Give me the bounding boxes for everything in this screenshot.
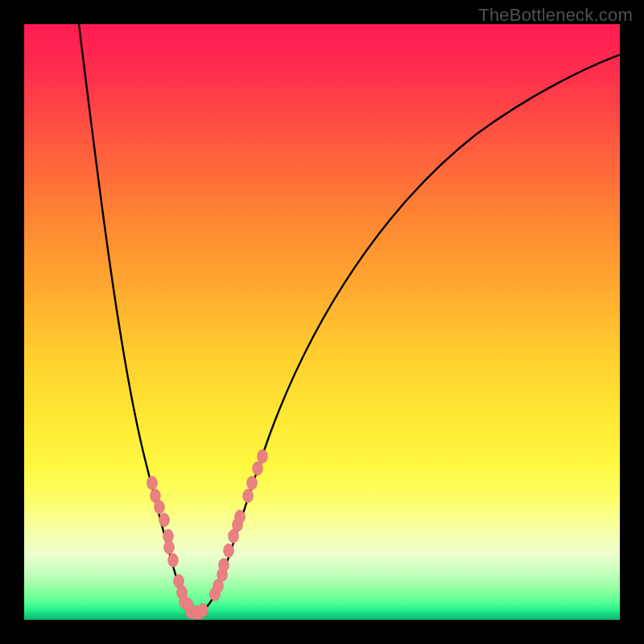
bead-marker <box>168 554 179 568</box>
curve-layer <box>24 24 620 620</box>
bead-marker <box>247 477 258 490</box>
bead-marker <box>155 501 165 514</box>
bead-marker <box>243 489 254 503</box>
bead-marker <box>159 514 170 527</box>
chart-frame: TheBottleneck.com <box>0 0 644 644</box>
bead-marker <box>224 544 234 558</box>
bead-marker <box>147 477 158 490</box>
bead-marker <box>235 510 246 524</box>
watermark-text: TheBottleneck.com <box>478 5 633 26</box>
bead-marker <box>258 450 268 464</box>
bead-marker <box>219 559 229 572</box>
bead-marker <box>253 462 263 476</box>
plot-area <box>24 24 620 620</box>
bead-marker <box>164 541 175 555</box>
bead-marker <box>198 604 208 617</box>
